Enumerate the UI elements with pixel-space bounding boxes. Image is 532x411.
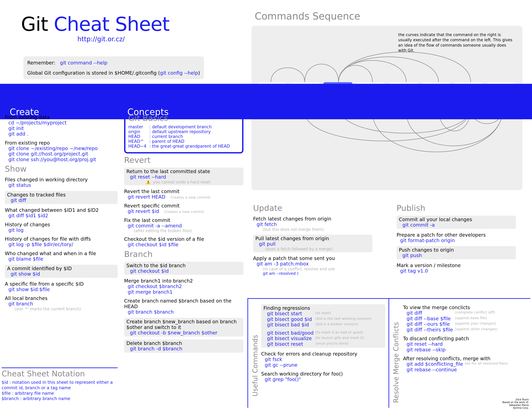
basics-row: HEAD: current branch (128, 134, 239, 139)
section-useful-heading: Useful Commands (251, 335, 259, 396)
command-group: Checkout the $id version of a filegit ch… (124, 236, 243, 248)
group-desc: Return to the last committed state (126, 168, 241, 174)
group-desc: Finding regressions (263, 305, 383, 311)
group-desc: Merge branch1 into branch2 (124, 278, 243, 284)
column-resolve: To view the merge conclictsgit diff(comp… (403, 301, 529, 373)
note: ($id is the last working version) (315, 317, 371, 322)
command-group: From existing repogit clone ~/existing/r… (5, 140, 118, 162)
command-group: Revert the last commitgit revert HEAD Cr… (124, 188, 243, 200)
git-basics-box: Git Basics master: default development b… (124, 111, 243, 153)
command-group: Prepare a patch for other developersgit … (397, 232, 516, 243)
note: (do for all resolved files) (465, 361, 508, 367)
group-desc: Files changed in working directory (5, 177, 118, 182)
command: git fetch (257, 222, 372, 227)
group-desc: Fetch latest changes from origin (253, 216, 372, 222)
basics-key: HEAD~4 (128, 144, 149, 149)
group-desc: To discard conflicting patch (403, 336, 529, 341)
group-desc: Mark a version / milestone (397, 262, 516, 268)
command: git bisect visualize(to launch gitk and … (267, 336, 383, 341)
command: git tag v1.0 (400, 268, 516, 274)
command: git bisect bad $id($id is a broken versi… (267, 322, 383, 328)
notation-line: $branch : arbitrary branch name (2, 396, 118, 402)
group-desc: Changes to tracked files (7, 192, 115, 198)
command-group: Create branch $new_branch based on branc… (124, 318, 243, 337)
credits: Zack RusinBased on the work of:Sébastien… (502, 398, 529, 409)
note: (complete conflict diff) (455, 310, 495, 316)
group-desc: Apply a patch that some sent you (253, 255, 372, 261)
group-desc: A specific file from a specific $ID (5, 281, 118, 287)
command-group: Push changes to origingit push (397, 246, 516, 259)
command: git reset --hard (130, 174, 241, 180)
title-rest: Cheat Sheet (48, 13, 169, 35)
command-group: What changed between $ID1 and $ID2git di… (5, 207, 118, 219)
basics-val: : parent of HEAD (149, 139, 184, 144)
warning-note: ⚠️ you cannot undo a hard reset (146, 180, 241, 184)
command-group: Return to the last committed stategit re… (124, 168, 243, 185)
command: git diff (11, 198, 115, 203)
note: (does a fetch followed by a merge) (265, 247, 370, 251)
group-desc: Search working directory for foo() (261, 371, 385, 377)
basics-row: origin: default upstream repository (128, 129, 239, 134)
command: git clone ssh://you@host.org/proj.git (8, 157, 118, 162)
sequence-heading: Commands Sequence (255, 10, 360, 22)
command-group: Switch to the $id branchgit checkout $id (124, 262, 243, 275)
command-group: Pull latest changes from origingit pull(… (253, 235, 372, 252)
group-desc: All local branches (5, 295, 118, 301)
basics-row: master: default development branch (128, 124, 239, 129)
notation-box: Cheat Sheet Notation $id : notation used… (2, 367, 118, 402)
remember-label: Remember: (27, 60, 55, 65)
command: git init (8, 126, 118, 131)
note: (against your changes) (455, 321, 496, 327)
credit-line: Based on the work of: (502, 401, 529, 404)
group-desc: Prepare a patch for other developers (397, 232, 516, 238)
command: git branch (8, 301, 118, 307)
command: git bisect good $id($id is the last work… (267, 317, 383, 322)
command-group: History of changes for file with diffsgi… (5, 236, 118, 247)
aside: Creates a new commit (167, 195, 210, 199)
command: git rebase --skip (407, 347, 529, 353)
command-group: Finding regressionsgit bisect start(to s… (261, 304, 385, 348)
remember-box: Remember: git command --help Global Git … (23, 56, 204, 79)
command-group: Revert specific commitgit revert $id Cre… (124, 203, 243, 214)
basics-key: HEAD (128, 134, 149, 139)
command-group: To view the merge conclictsgit diff(comp… (403, 305, 529, 333)
group-desc: Check for errors and cleanup repository (261, 351, 385, 357)
command: git log -p $file $dir/ec/tory/ (8, 242, 118, 247)
section-revert-heading: Revert (124, 155, 243, 165)
command: git reset --hard (407, 341, 529, 347)
command: git commit -a (402, 222, 514, 228)
command: git commit -a --amend (128, 223, 243, 229)
command: git branch $branch (128, 309, 243, 315)
command: git clone ~/existing/repo ~/new/repo (8, 146, 118, 151)
command: git checkout $id $file (128, 242, 243, 248)
command: git revert $id Creates a new commit (128, 209, 243, 214)
group-desc: Push changes to origin (399, 247, 514, 253)
command: git diff(complete conflict diff) (407, 310, 529, 316)
command: git push (402, 253, 514, 258)
command-group: From existing datacd ~/projects/myprojec… (5, 114, 118, 137)
group-desc: What changed between $ID1 and $ID2 (5, 207, 118, 213)
command: git pull (259, 241, 370, 247)
note: (to start) (315, 311, 331, 317)
command-group: Fetch latest changes from origingit fetc… (253, 216, 372, 232)
note: (but this does not merge them). (263, 227, 372, 232)
command: git add . (8, 131, 118, 137)
basics-val: : the great-great grandparent of HEAD (149, 144, 230, 149)
remember-cmd: git command --help (60, 60, 107, 65)
command: git diff $id1 $id2 (8, 213, 118, 219)
command: git checkout $id (130, 268, 241, 274)
basics-row: HEAD^: parent of HEAD (128, 139, 239, 144)
note: (to mark it as bad or good) (315, 330, 363, 336)
credit-line: Sébastien Pierre (502, 404, 529, 407)
note: git am --resolved ) (263, 271, 372, 276)
command: git blame $file (8, 256, 118, 262)
command-group: Search working directory for foo()git gr… (261, 371, 385, 382)
command-group: A commit identified by $IDgit show $id (5, 265, 118, 278)
group-desc: A commit identified by $ID (7, 266, 115, 271)
command: git bisect bad/good(to mark it as bad or… (267, 330, 383, 336)
project-url[interactable]: http://git.or.cz/ (77, 35, 170, 43)
column-create: From existing datacd ~/projects/myprojec… (5, 111, 118, 311)
command-group: After resolving conflicts, merge withgit… (403, 356, 529, 373)
group-desc: Switch to the $id branch (126, 263, 241, 268)
note: (after editing the broken files) (134, 229, 243, 233)
